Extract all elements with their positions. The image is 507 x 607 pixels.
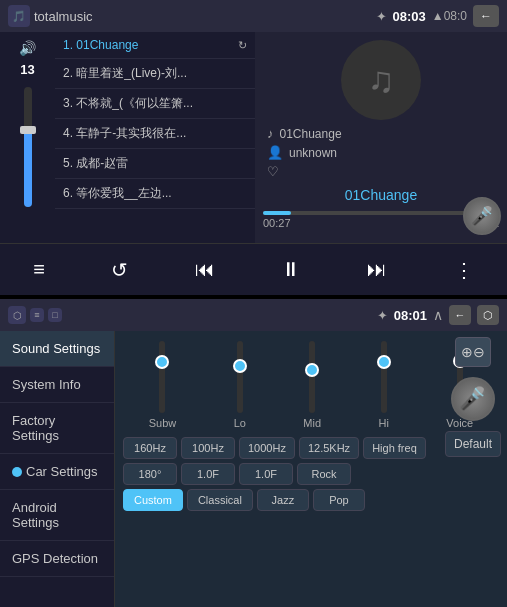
- volume-icon: 🔊: [19, 40, 36, 56]
- heart-icon[interactable]: ♡: [267, 164, 279, 179]
- time-current: 00:27: [263, 217, 291, 229]
- next-button[interactable]: ⏭: [355, 252, 399, 287]
- settings-home-button[interactable]: ⬡: [477, 305, 499, 325]
- song-item-2[interactable]: 2. 暗里着迷_(Live)-刘...: [55, 59, 255, 89]
- song-title-4: 4. 车静子-其实我很在...: [63, 126, 186, 140]
- volume-slider[interactable]: [24, 87, 32, 207]
- song-list: 1. 01Chuange ↻ 2. 暗里着迷_(Live)-刘... 3. 不将…: [55, 32, 255, 243]
- track-title-display: 01Chuange: [345, 187, 417, 203]
- artist-row: 👤 unknown: [267, 145, 499, 160]
- clock-display: 08:03: [393, 9, 426, 24]
- track-metadata: ♪ 01Chuange 👤 unknown ♡: [263, 126, 499, 183]
- eq-thumb-lo[interactable]: [233, 359, 247, 373]
- eq-thumb-mid[interactable]: [305, 363, 319, 377]
- eq-label-subw: Subw: [149, 417, 177, 429]
- settings-signal-icon: ∧: [433, 307, 443, 323]
- song-item-5[interactable]: 5. 成都-赵雷: [55, 149, 255, 179]
- repeat-button[interactable]: ↺: [99, 252, 140, 288]
- eq-slider-lo[interactable]: [237, 341, 243, 413]
- eq-channel-lo: Lo: [234, 341, 246, 429]
- volume-thumb[interactable]: [20, 126, 36, 134]
- settings-back-button[interactable]: ←: [449, 305, 471, 325]
- mic-button-bottom[interactable]: 🎤: [451, 377, 495, 421]
- eq-slider-mid[interactable]: [309, 341, 315, 413]
- eq-channel-hi: Hi: [378, 341, 388, 429]
- preset-btn-classical[interactable]: Classical: [187, 489, 253, 511]
- nav-android-settings[interactable]: Android Settings: [0, 490, 114, 541]
- equalizer-button[interactable]: ⋮: [442, 252, 486, 288]
- playlist-button[interactable]: ≡: [21, 252, 57, 287]
- settings-clock: 08:01: [394, 308, 427, 323]
- nav-factory-settings[interactable]: Factory Settings: [0, 403, 114, 454]
- music-player-panel: 🎵 totalmusic ✦ 08:03 ▲08:0 ← 🔊 13 1. 01C…: [0, 0, 507, 295]
- statusbar-right: ✦ 08:03 ▲08:0 ←: [376, 5, 499, 27]
- freq-btn-1000hz[interactable]: 1000Hz: [239, 437, 295, 459]
- freq-btn-100hz[interactable]: 100Hz: [181, 437, 235, 459]
- song-title-1: 1. 01Chuange: [63, 38, 138, 52]
- mic-button-top[interactable]: 🎤: [463, 197, 501, 235]
- volume-fill: [24, 129, 32, 207]
- artist-icon: 👤: [267, 145, 283, 160]
- eq-label-mid: Mid: [303, 417, 321, 429]
- app-icon: 🎵: [8, 5, 30, 27]
- song-title-3: 3. 不将就_(《何以笙箫...: [63, 96, 193, 110]
- track-name-row: ♪ 01Chuange: [267, 126, 499, 141]
- refresh-icon[interactable]: ↻: [238, 39, 247, 52]
- settings-home-icon: ⬡: [8, 306, 26, 324]
- song-title-2: 2. 暗里着迷_(Live)-刘...: [63, 66, 187, 80]
- statusbar-left: 🎵 totalmusic: [8, 5, 372, 27]
- eq-thumb-hi[interactable]: [377, 355, 391, 369]
- freq-btn-highfreq[interactable]: High freq: [363, 437, 426, 459]
- preset-btn-pop[interactable]: Pop: [313, 489, 365, 511]
- settings-panel: ⬡ ≡ □ ✦ 08:01 ∧ ← ⬡ Sound Settings Syste…: [0, 299, 507, 607]
- volume-sidebar: 🔊 13: [0, 32, 55, 243]
- song-item-1[interactable]: 1. 01Chuange ↻: [55, 32, 255, 59]
- freq-btn-1f-1[interactable]: 1.0F: [181, 463, 235, 485]
- back-button[interactable]: ←: [473, 5, 499, 27]
- freq-btn-180deg[interactable]: 180°: [123, 463, 177, 485]
- eq-channel-mid: Mid: [303, 341, 321, 429]
- song-title-5: 5. 成都-赵雷: [63, 156, 128, 170]
- song-item-4[interactable]: 4. 车静子-其实我很在...: [55, 119, 255, 149]
- preset-btn-jazz[interactable]: Jazz: [257, 489, 309, 511]
- app-title: totalmusic: [34, 9, 93, 24]
- song-item-3[interactable]: 3. 不将就_(《何以笙箫...: [55, 89, 255, 119]
- bluetooth-icon: ✦: [376, 9, 387, 24]
- nav-system-info[interactable]: System Info: [0, 367, 114, 403]
- eq-slider-hi[interactable]: [381, 341, 387, 413]
- signal-icon: ▲08:0: [432, 9, 467, 23]
- default-button[interactable]: Default: [445, 431, 501, 457]
- eq-toggle-icon: ⊕⊖: [461, 344, 485, 360]
- heart-row[interactable]: ♡: [267, 164, 499, 179]
- settings-statusbar-left: ⬡ ≡ □: [8, 306, 371, 324]
- freq-btn-1f-2[interactable]: 1.0F: [239, 463, 293, 485]
- player-controls-bar: ≡ ↺ ⏮ ⏸ ⏭ ⋮: [0, 243, 507, 295]
- preset-btn-custom[interactable]: Custom: [123, 489, 183, 511]
- settings-bt-icon: ✦: [377, 308, 388, 323]
- song-item-6[interactable]: 6. 等你爱我__左边...: [55, 179, 255, 209]
- freq-btn-rock[interactable]: Rock: [297, 463, 351, 485]
- settings-right-panel: ⊕⊖ 🎤 Default: [445, 337, 501, 457]
- track-name-value: 01Chuange: [280, 127, 342, 141]
- artist-value: unknown: [289, 146, 337, 160]
- play-pause-button[interactable]: ⏸: [269, 252, 313, 287]
- prev-button[interactable]: ⏮: [183, 252, 227, 287]
- freq-btn-160hz[interactable]: 160Hz: [123, 437, 177, 459]
- album-art: ♫: [341, 40, 421, 120]
- eq-slider-subw[interactable]: [159, 341, 165, 413]
- car-settings-dot: [12, 467, 22, 477]
- freq-btn-125khz[interactable]: 12.5KHz: [299, 437, 359, 459]
- nav-gps-detection[interactable]: GPS Detection: [0, 541, 114, 577]
- settings-navigation: Sound Settings System Info Factory Setti…: [0, 331, 115, 607]
- settings-layout: Sound Settings System Info Factory Setti…: [0, 331, 507, 607]
- preset-row: Custom Classical Jazz Pop: [123, 489, 499, 511]
- eq-thumb-subw[interactable]: [155, 355, 169, 369]
- eq-toggle-button[interactable]: ⊕⊖: [455, 337, 491, 367]
- eq-label-lo: Lo: [234, 417, 246, 429]
- track-icon: ♪: [267, 126, 274, 141]
- eq-sliders-section: Subw Lo Mid: [123, 339, 499, 429]
- nav-sound-settings[interactable]: Sound Settings: [0, 331, 114, 367]
- settings-icon2: ≡: [30, 308, 44, 322]
- nav-car-settings[interactable]: Car Settings: [0, 454, 114, 490]
- settings-statusbar-right: ✦ 08:01 ∧ ← ⬡: [377, 305, 499, 325]
